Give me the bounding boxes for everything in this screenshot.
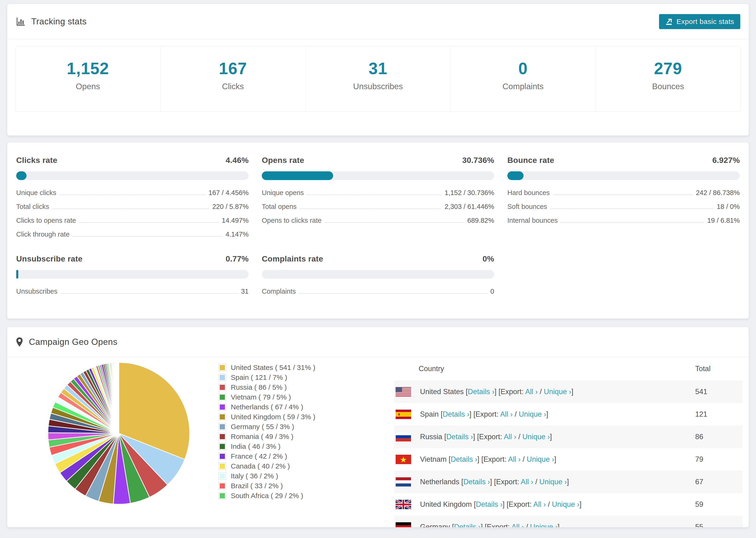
rate-title: Opens rate	[262, 156, 304, 165]
export-all-link[interactable]: All ›	[521, 478, 533, 486]
geo-table-body: United States [Details ›] [Export: All ›…	[394, 381, 743, 527]
geo-table-row-ru: Russia [Details ›] [Export: All › / Uniq…	[394, 426, 743, 448]
total-cell: 67	[695, 478, 738, 486]
detail-row: Unique opens 1,152 / 30.736%	[262, 189, 494, 196]
country-cell: United States [Details ›] [Export: All ›…	[420, 388, 695, 396]
details-link[interactable]: Details ›	[446, 433, 473, 441]
stat-cell-unsubscribes: 31 Unsubscribes	[306, 47, 451, 112]
export-icon	[665, 18, 673, 26]
detail-value: 689.82%	[467, 217, 495, 224]
country-cell: Germany [Details ›] [Export: All › / Uni…	[420, 523, 695, 527]
export-unique-link[interactable]: Unique ›	[530, 523, 558, 527]
stats-summary-box: 1,152 Opens167 Clicks31 Unsubscribes0 Co…	[15, 46, 741, 112]
legend-item-romania: Romania ( 49 / 3% )	[219, 432, 315, 442]
page-title: Tracking stats	[31, 17, 87, 27]
rate-progress-track	[507, 171, 740, 180]
rate-progress-fill	[16, 270, 18, 279]
dotted-leader	[52, 208, 209, 209]
legend-swatch	[219, 433, 226, 440]
ru-flag-icon	[396, 432, 411, 442]
geo-table-row-nl: Netherlands [Details ›] [Export: All › /…	[394, 471, 743, 493]
geo-table-header: Country Total	[394, 357, 743, 381]
detail-value: 1,152 / 30.736%	[445, 189, 494, 196]
total-cell: 541	[695, 388, 738, 396]
export-unique-link[interactable]: Unique ›	[527, 455, 554, 463]
stat-cell-clicks: 167 Clicks	[161, 47, 306, 112]
detail-value: 19 / 6.81%	[707, 217, 740, 224]
legend-item-france: France ( 42 / 2% )	[219, 452, 315, 461]
rate-progress-track	[262, 270, 494, 279]
export-unique-link[interactable]: Unique ›	[519, 410, 546, 418]
dotted-leader	[299, 293, 487, 294]
detail-value: 2,303 / 61.446%	[445, 203, 494, 210]
dotted-leader	[300, 208, 441, 209]
de-flag-icon	[396, 522, 411, 527]
export-all-link[interactable]: All ›	[508, 455, 520, 463]
details-link[interactable]: Details ›	[443, 410, 469, 418]
export-all-link[interactable]: All ›	[533, 500, 546, 509]
detail-value: 14.497%	[222, 217, 249, 224]
stat-value: 0	[518, 59, 528, 78]
rate-progress-fill	[507, 171, 523, 180]
geo-opens-pie-chart[interactable]	[44, 358, 194, 509]
export-unique-link[interactable]: Unique ›	[522, 433, 550, 441]
rate-progress-fill	[16, 171, 27, 180]
es-flag-icon	[396, 409, 411, 419]
legend-item-south-africa: South Africa ( 29 / 2% )	[219, 491, 315, 501]
pie-slice[interactable]	[119, 362, 119, 433]
rate-detail-rows: Unsubscribes 31	[16, 288, 249, 295]
details-link[interactable]: Details ›	[468, 388, 495, 396]
details-link[interactable]: Details ›	[451, 455, 477, 463]
details-link[interactable]: Details ›	[454, 523, 481, 527]
total-cell: 121	[695, 410, 738, 418]
legend-label: Romania ( 49 / 3% )	[231, 433, 294, 441]
dotted-leader	[60, 194, 205, 195]
geo-table-row-es: Spain [Details ›] [Export: All › / Uniqu…	[394, 403, 743, 426]
detail-label: Unique opens	[262, 189, 304, 196]
nl-flag-icon	[396, 477, 411, 487]
stat-value: 31	[369, 59, 387, 78]
stat-value: 279	[654, 59, 682, 78]
country-cell: Russia [Details ›] [Export: All › / Uniq…	[420, 433, 695, 441]
export-basic-stats-button[interactable]: Export basic stats	[659, 14, 740, 29]
legend-label: Spain ( 121 / 7% )	[231, 373, 287, 381]
detail-value: 220 / 5.87%	[212, 203, 249, 210]
legend-label: Russia ( 86 / 5% )	[231, 383, 287, 391]
us-flag-icon	[396, 387, 411, 397]
legend-label: Germany ( 55 / 3% )	[231, 423, 294, 431]
export-unique-link[interactable]: Unique ›	[539, 478, 567, 486]
export-all-link[interactable]: All ›	[500, 410, 513, 418]
export-all-link[interactable]: All ›	[525, 388, 538, 396]
tracking-stats-card: Tracking stats Export basic stats 1,152 …	[7, 4, 749, 136]
detail-row: Hard bounces 242 / 86.738%	[507, 189, 740, 196]
stat-value: 167	[219, 59, 247, 78]
legend-item-netherlands: Netherlands ( 67 / 4% )	[219, 402, 315, 412]
rate-detail-rows: Hard bounces 242 / 86.738% Soft bounces …	[507, 189, 740, 224]
rate-value: 30.736%	[462, 156, 494, 165]
legend-swatch	[219, 374, 226, 381]
detail-value: 4.147%	[226, 231, 249, 238]
rate-block-unsubscribe-rate: Unsubscribe rate 0.77% Unsubscribes 31	[16, 254, 249, 295]
rate-detail-rows: Unique clicks 167 / 4.456% Total clicks …	[16, 189, 249, 238]
rate-progress-track	[262, 171, 494, 180]
stat-label: Complaints	[503, 82, 544, 91]
legend-item-canada: Canada ( 40 / 2% )	[219, 461, 315, 471]
dotted-leader	[553, 194, 693, 195]
map-pin-icon	[16, 337, 23, 347]
detail-row: Internal bounces 19 / 6.81%	[507, 217, 740, 224]
export-unique-link[interactable]: Unique ›	[552, 500, 579, 509]
geo-table-row-us: United States [Details ›] [Export: All ›…	[394, 381, 743, 403]
legend-swatch	[219, 364, 226, 371]
rate-title: Unsubscribe rate	[16, 254, 82, 263]
stat-cell-complaints: 0 Complaints	[451, 47, 596, 112]
export-all-link[interactable]: All ›	[504, 433, 516, 441]
legend-label: United States ( 541 / 31% )	[231, 364, 315, 372]
detail-label: Total clicks	[16, 203, 49, 210]
details-link[interactable]: Details ›	[476, 500, 503, 509]
export-all-link[interactable]: All ›	[512, 523, 524, 527]
rate-block-bounce-rate: Bounce rate 6.927% Hard bounces 242 / 86…	[507, 156, 740, 238]
details-link[interactable]: Details ›	[463, 478, 490, 486]
export-unique-link[interactable]: Unique ›	[544, 388, 571, 396]
legend-swatch	[219, 453, 226, 460]
legend-item-united-kingdom: United Kingdom ( 59 / 3% )	[219, 412, 315, 422]
